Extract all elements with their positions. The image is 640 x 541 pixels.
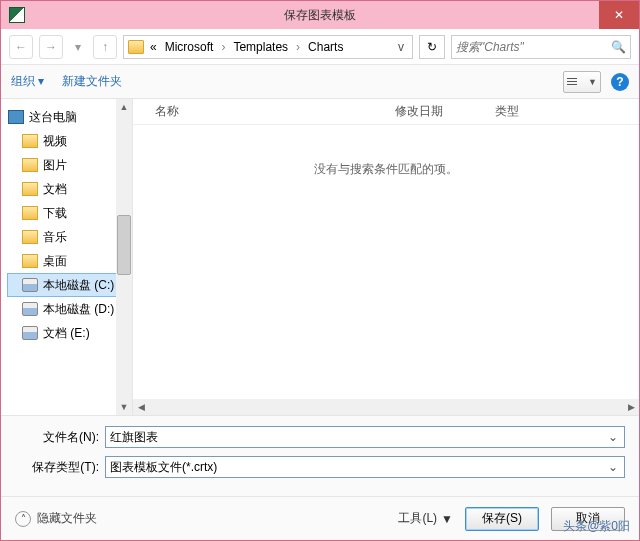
window-controls: ✕ (599, 1, 639, 29)
nav-back-button[interactable]: ← (9, 35, 33, 59)
crumb-templates[interactable]: Templates (231, 40, 290, 54)
folder-icon (22, 206, 38, 220)
window-title: 保存图表模板 (284, 7, 356, 24)
chevron-right-icon: › (294, 40, 302, 54)
crumb-microsoft[interactable]: Microsoft (163, 40, 216, 54)
column-headers: 名称 修改日期 类型 (133, 99, 639, 125)
list-icon (567, 76, 577, 87)
close-button[interactable]: ✕ (599, 1, 639, 29)
folder-icon (22, 254, 38, 268)
excel-icon (9, 7, 25, 23)
organize-menu[interactable]: 组织 ▾ (11, 73, 44, 90)
tools-menu[interactable]: 工具(L) ▼ (398, 510, 453, 527)
nav-up-button[interactable]: ↑ (93, 35, 117, 59)
tree-scrollbar[interactable]: ▲ ▼ (116, 99, 132, 415)
address-dropdown[interactable]: v (394, 40, 408, 54)
scroll-thumb[interactable] (150, 400, 622, 414)
folder-icon (22, 158, 38, 172)
tree-item-desktop[interactable]: 桌面 (7, 249, 132, 273)
address-bar[interactable]: « Microsoft › Templates › Charts v (123, 35, 413, 59)
disk-icon (22, 278, 38, 292)
titlebar: 保存图表模板 ✕ (1, 1, 639, 29)
nav-row: ← → ▾ ↑ « Microsoft › Templates › Charts… (1, 29, 639, 65)
folder-tree: 这台电脑 视频 图片 文档 下载 音乐 桌面 本地磁盘 (C:) 本地磁盘 (D… (1, 99, 133, 415)
chevron-up-icon: ˄ (15, 511, 31, 527)
view-mode-button[interactable]: ▼ (563, 71, 601, 93)
footer: ˄ 隐藏文件夹 工具(L) ▼ 保存(S) 取消 头条@紫0阳 (1, 496, 639, 540)
filename-input[interactable] (110, 430, 606, 444)
disk-icon (22, 326, 38, 340)
chevron-right-icon: › (219, 40, 227, 54)
file-pane: 名称 修改日期 类型 没有与搜索条件匹配的项。 ◀ ▶ (133, 99, 639, 415)
scroll-up-icon[interactable]: ▲ (120, 99, 129, 115)
filename-label: 文件名(N): (15, 429, 99, 446)
search-icon: 🔍 (611, 40, 626, 54)
tree-item-pictures[interactable]: 图片 (7, 153, 132, 177)
search-box[interactable]: 🔍 (451, 35, 631, 59)
folder-icon (22, 182, 38, 196)
chevron-down-icon[interactable]: ⌄ (606, 460, 620, 474)
search-input[interactable] (456, 40, 611, 54)
pc-icon (8, 110, 24, 124)
help-button[interactable]: ? (611, 73, 629, 91)
save-type-field[interactable]: 图表模板文件(*.crtx) ⌄ (105, 456, 625, 478)
cancel-button[interactable]: 取消 (551, 507, 625, 531)
scroll-right-icon[interactable]: ▶ (623, 402, 639, 412)
crumb-prefix: « (148, 40, 159, 54)
horizontal-scrollbar[interactable]: ◀ ▶ (133, 399, 639, 415)
tree-item-this-pc[interactable]: 这台电脑 (7, 105, 132, 129)
tree-item-disk-e[interactable]: 文档 (E:) (7, 321, 132, 345)
tree-item-documents[interactable]: 文档 (7, 177, 132, 201)
col-date[interactable]: 修改日期 (387, 103, 487, 120)
folder-icon (22, 230, 38, 244)
main-area: 这台电脑 视频 图片 文档 下载 音乐 桌面 本地磁盘 (C:) 本地磁盘 (D… (1, 99, 639, 415)
refresh-button[interactable]: ↻ (419, 35, 445, 59)
tree-item-music[interactable]: 音乐 (7, 225, 132, 249)
scroll-down-icon[interactable]: ▼ (120, 399, 129, 415)
form-area: 文件名(N): ⌄ 保存类型(T): 图表模板文件(*.crtx) ⌄ (1, 415, 639, 496)
tree-item-videos[interactable]: 视频 (7, 129, 132, 153)
scroll-left-icon[interactable]: ◀ (133, 402, 149, 412)
save-button[interactable]: 保存(S) (465, 507, 539, 531)
hide-folders-toggle[interactable]: ˄ 隐藏文件夹 (15, 510, 97, 527)
tree-item-disk-d[interactable]: 本地磁盘 (D:) (7, 297, 132, 321)
filename-row: 文件名(N): ⌄ (15, 426, 625, 448)
tree-item-downloads[interactable]: 下载 (7, 201, 132, 225)
save-type-row: 保存类型(T): 图表模板文件(*.crtx) ⌄ (15, 456, 625, 478)
disk-icon (22, 302, 38, 316)
crumb-charts[interactable]: Charts (306, 40, 345, 54)
toolbar: 组织 ▾ 新建文件夹 ▼ ? (1, 65, 639, 99)
new-folder-button[interactable]: 新建文件夹 (62, 73, 122, 90)
folder-icon (22, 134, 38, 148)
col-name[interactable]: 名称 (147, 103, 387, 120)
folder-icon (128, 40, 144, 54)
empty-message: 没有与搜索条件匹配的项。 (133, 161, 639, 178)
save-type-label: 保存类型(T): (15, 459, 99, 476)
save-type-value: 图表模板文件(*.crtx) (110, 459, 606, 476)
save-dialog-window: 保存图表模板 ✕ ← → ▾ ↑ « Microsoft › Templates… (0, 0, 640, 541)
chevron-down-icon[interactable]: ⌄ (606, 430, 620, 444)
chevron-down-icon: ▼ (588, 77, 597, 87)
scroll-thumb[interactable] (117, 215, 131, 275)
nav-forward-button[interactable]: → (39, 35, 63, 59)
filename-field[interactable]: ⌄ (105, 426, 625, 448)
chevron-down-icon: ▼ (441, 512, 453, 526)
nav-recent-button[interactable]: ▾ (69, 35, 87, 59)
tree-item-disk-c[interactable]: 本地磁盘 (C:) (7, 273, 132, 297)
col-type[interactable]: 类型 (487, 103, 567, 120)
